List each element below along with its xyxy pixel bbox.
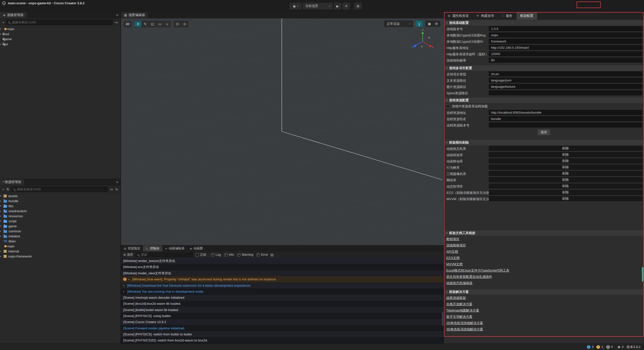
log-filter-checkbox[interactable]: ✓ Warning: [237, 253, 253, 256]
hierarchy-node-row[interactable]: ▸ gui: [0, 41, 120, 47]
layout-button[interactable]: ⊞: [354, 3, 362, 9]
asset-node-row[interactable]: ▸ oops-framework: [0, 254, 120, 259]
panel-menu-icon[interactable]: ≡: [116, 180, 118, 184]
remove-module-button[interactable]: 剔除: [489, 196, 642, 201]
remove-module-button[interactable]: 剔除: [489, 171, 642, 176]
config-input[interactable]: [489, 71, 642, 76]
config-input[interactable]: [489, 39, 642, 44]
hierarchy-node-row[interactable]: ▾ main: [0, 26, 120, 31]
log-row[interactable]: ! ▸ [Scene] [PHYSICS]: switch from built…: [121, 331, 444, 337]
config-input[interactable]: [489, 122, 642, 127]
asset-node-row[interactable]: ▸ initialize: [0, 234, 120, 239]
ui-transform-tool-button[interactable]: ∪: [164, 21, 171, 27]
hierarchy-filter-icon[interactable]: ≔: [115, 20, 118, 24]
tab-hierarchy[interactable]: ◈ 层级管理器: [0, 12, 26, 18]
config-input[interactable]: [489, 45, 642, 50]
tree-expand-icon[interactable]: ▸: [0, 215, 4, 217]
doc-link[interactable]: ECS文档: [446, 256, 460, 260]
console-search[interactable]: [135, 252, 193, 257]
assets-search[interactable]: [11, 187, 108, 192]
sort-assets-icon[interactable]: ⇅: [6, 187, 9, 191]
expand-chevron-icon[interactable]: ▸: [128, 278, 132, 281]
tree-expand-icon[interactable]: ▸: [0, 210, 4, 212]
log-row[interactable]: ! ▸ [Window] [Vue warn]: Property "onInp…: [121, 276, 444, 282]
panel-menu-icon[interactable]: ≡: [116, 13, 118, 17]
log-row[interactable]: ! ▸ [Scene] [bullet]:bullet wasm lib loa…: [121, 307, 444, 313]
log-file-icon[interactable]: ▤: [270, 253, 274, 257]
inspector-tab[interactable]: ∷ 服务: [498, 12, 516, 20]
asset-node-row[interactable]: ▾ game: [0, 224, 120, 229]
error-count-badge[interactable]: ✕ 0: [606, 345, 613, 349]
preview-scene-select[interactable]: 当前场景▾: [303, 3, 333, 9]
assets-filter-icon[interactable]: ≔: [110, 187, 113, 191]
config-input[interactable]: [489, 110, 642, 115]
section-module-trim[interactable]: ▾ 框架模块剔除: [444, 140, 644, 145]
config-input[interactable]: [489, 84, 642, 89]
tree-expand-icon[interactable]: ▾: [0, 225, 4, 227]
toggle-3d-button[interactable]: 3D: [124, 21, 132, 27]
log-row[interactable]: ! ▸ [Scene] Cocos Creator v3.8.2: [121, 319, 444, 325]
notification-badge[interactable]: 0: [618, 345, 624, 349]
remove-module-button[interactable]: 剔除: [489, 184, 642, 189]
add-asset-button[interactable]: +: [2, 187, 4, 191]
config-input[interactable]: [489, 116, 642, 121]
console-tab[interactable]: ▤ 资源预览: [121, 245, 143, 251]
tree-expand-icon[interactable]: ▾: [0, 28, 4, 30]
tree-expand-icon[interactable]: ▸: [0, 250, 4, 252]
restart-button[interactable]: ↺: [343, 3, 350, 9]
scene-gear-button[interactable]: ⚙: [433, 21, 440, 26]
warning-count-badge[interactable]: ! 1: [596, 345, 603, 349]
remove-module-button[interactable]: 剔除: [489, 158, 642, 163]
log-filter-checkbox[interactable]: ✓ Info: [224, 253, 234, 256]
section-solutions[interactable]: ▾ 框架解决方案: [444, 289, 644, 295]
asset-node-row[interactable]: ▾ assets: [0, 193, 120, 198]
tree-expand-icon[interactable]: ▸: [0, 255, 4, 257]
asset-node-row[interactable]: ▸ internal: [0, 249, 120, 254]
asset-node-row[interactable]: main: [0, 244, 120, 249]
remote-load-checkbox[interactable]: [446, 105, 450, 108]
section-doc-links[interactable]: ▾ 框架文档工具链接: [444, 230, 644, 236]
expand-chevron-icon[interactable]: ▸: [123, 284, 127, 287]
section-basic-config[interactable]: ▾ 游戏基础配置: [444, 20, 644, 26]
hierarchy-search-input[interactable]: [12, 21, 111, 24]
doc-link[interactable]: Excel格式转Json文件与TypeScript代码工具: [446, 268, 509, 273]
asset-node-row[interactable]: ▸ resources: [0, 213, 120, 218]
config-input[interactable]: [489, 32, 642, 37]
scale-tool-button[interactable]: ◱: [149, 21, 156, 27]
doc-link[interactable]: 原生包热更新配置自动生成插件: [446, 275, 492, 279]
console-tab[interactable]: >_ 控制台: [143, 245, 162, 251]
log-row[interactable]: ! ▸ [Scene] meshopt wasm decoder initial…: [121, 295, 444, 301]
add-node-button[interactable]: +: [2, 20, 4, 24]
config-input[interactable]: [489, 26, 642, 31]
doc-link[interactable]: MVVM文档: [446, 262, 463, 267]
pivot-button[interactable]: ⊡: [174, 21, 181, 27]
scene-viewport[interactable]: Y X Z 3D ✛ ↻ ◱ ▭ ∪ ⊡ ⊙: [121, 18, 444, 245]
log-row[interactable]: ! ▸ [Window] ecs文件夹存在: [121, 264, 444, 270]
solution-link[interactable]: Tiledmap地图解决方案: [446, 308, 479, 313]
coordinate-button[interactable]: ⊙: [181, 21, 188, 27]
play-button[interactable]: ▶: [334, 3, 341, 9]
solution-link[interactable]: 全栈开发解决方案: [446, 302, 472, 307]
asset-node-row[interactable]: ▸ seedrandom: [0, 208, 120, 213]
move-tool-button[interactable]: ✛: [135, 21, 141, 27]
config-input[interactable]: [489, 58, 642, 63]
rotate-tool-button[interactable]: ↻: [142, 21, 149, 27]
doc-link[interactable]: 游戏模板项目: [446, 243, 466, 248]
log-filter-checkbox[interactable]: ✓ Error: [257, 253, 268, 256]
asset-node-row[interactable]: ▸ common: [0, 229, 120, 234]
log-row[interactable]: ! ▸ [Window] model_view文件夹存在: [121, 270, 444, 276]
expand-chevron-icon[interactable]: ▸: [123, 290, 127, 293]
tree-expand-icon[interactable]: ▸: [0, 200, 4, 202]
console-scrollbar[interactable]: [442, 312, 444, 326]
console-tab[interactable]: ◈ 动画图: [187, 245, 206, 251]
tree-expand-icon[interactable]: ▸: [0, 235, 4, 237]
scene-light-toggle[interactable]: [415, 21, 423, 27]
remove-module-button[interactable]: 剔除: [489, 190, 642, 195]
remove-module-button[interactable]: 剔除: [489, 177, 642, 182]
inspector-scrollbar[interactable]: [642, 267, 643, 282]
log-row[interactable]: ! ▸ [Scene] [PHYSICS]: using builtin.: [121, 313, 444, 319]
config-input[interactable]: [489, 51, 642, 56]
save-button[interactable]: 保存: [538, 129, 550, 135]
inspector-tab[interactable]: ✈ 构建发布: [473, 12, 498, 20]
tree-expand-icon[interactable]: ▾: [0, 220, 4, 222]
